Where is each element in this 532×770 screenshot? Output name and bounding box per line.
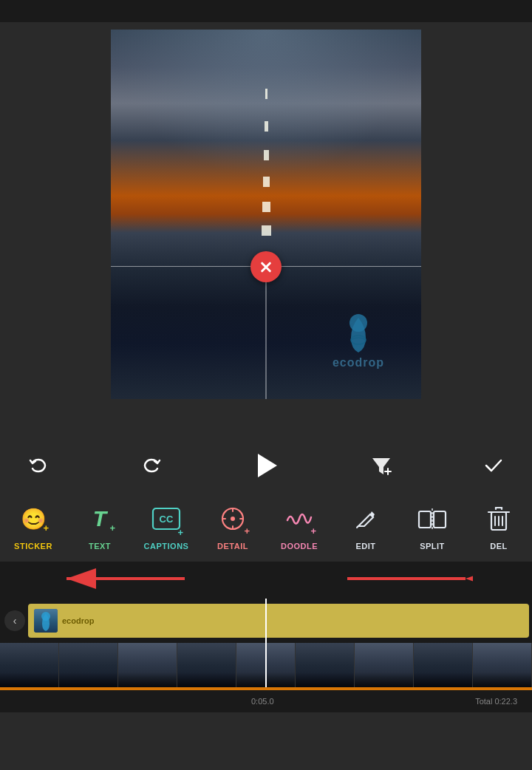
- doodle-plus-icon: +: [310, 526, 316, 536]
- del-label: DEL: [490, 542, 508, 551]
- text-plus-icon: +: [109, 523, 115, 533]
- undo-button[interactable]: [22, 449, 55, 482]
- svg-line-14: [357, 526, 358, 528]
- timeline-ruler: 0:05.0 Total 0:22.3: [0, 690, 532, 712]
- runway-lines: [244, 89, 288, 251]
- thumb-frame-7: [355, 643, 414, 687]
- doodle-label: DOODLE: [281, 542, 318, 551]
- captions-icon: CC +: [148, 500, 185, 537]
- edit-label: EDIT: [355, 542, 375, 551]
- toolbar-item-del[interactable]: DEL: [466, 497, 532, 553]
- toolbar-item-edit[interactable]: EDIT: [332, 497, 399, 553]
- top-bar: [0, 0, 532, 22]
- play-button[interactable]: [248, 447, 284, 484]
- detail-icon: +: [214, 500, 251, 537]
- thumb-frame-8: [414, 643, 473, 687]
- text-label: TEXT: [89, 542, 111, 551]
- track-collapse-button[interactable]: ‹: [4, 610, 25, 631]
- toolbar-item-captions[interactable]: CC + CAPTIONS: [133, 497, 200, 553]
- toolbar-item-split[interactable]: SPLIT: [399, 497, 466, 553]
- watermark-logo: [340, 312, 377, 356]
- gap-spacer: [0, 399, 532, 440]
- toolbar: 😊 + STICKER T + TEXT CC + CAPTIONS: [0, 491, 532, 562]
- split-label: SPLIT: [420, 542, 445, 551]
- captions-label: CAPTIONS: [144, 542, 189, 551]
- thumb-frame-6: [296, 643, 355, 687]
- thumb-frame-1: [0, 643, 59, 687]
- watermark: ecodrop: [332, 312, 384, 369]
- svg-rect-16: [434, 511, 446, 528]
- timeline-tracks: ‹ ecodrop: [0, 599, 532, 687]
- redo-button[interactable]: [135, 449, 168, 482]
- thumb-frame-9: [473, 643, 532, 687]
- watermark-text: ecodrop: [332, 356, 384, 369]
- video-preview-container: ecodrop: [0, 22, 532, 399]
- thumb-frame-2: [59, 643, 118, 687]
- confirm-button[interactable]: [477, 449, 510, 482]
- captions-plus-icon: +: [177, 528, 183, 537]
- sticker-icon: 😊 +: [15, 500, 52, 537]
- total-time-marker: Total 0:22.3: [475, 697, 517, 706]
- clip-thumbnail: [34, 609, 58, 633]
- thumb-frame-3: [118, 643, 177, 687]
- toolbar-item-sticker[interactable]: 😊 + STICKER: [0, 497, 66, 553]
- arrows-row: [0, 562, 532, 599]
- timeline-cursor: [265, 599, 267, 687]
- clip-name: ecodrop: [62, 616, 94, 625]
- thumb-frame-4: [177, 643, 236, 687]
- right-arrow-indicator: [340, 565, 473, 595]
- current-time-marker: 0:05.0: [251, 697, 274, 706]
- doodle-icon: +: [281, 500, 318, 537]
- controls-bar: [0, 440, 532, 491]
- delete-button[interactable]: [250, 251, 282, 282]
- svg-text:CC: CC: [160, 514, 174, 525]
- text-icon: T +: [81, 500, 118, 537]
- sticker-label: STICKER: [14, 542, 52, 551]
- detail-label: DETAIL: [217, 542, 248, 551]
- sticker-plus-icon: +: [43, 523, 49, 533]
- toolbar-item-detail[interactable]: + DETAIL: [200, 497, 266, 553]
- detail-plus-icon: +: [244, 526, 250, 536]
- toolbar-item-doodle[interactable]: + DOODLE: [266, 497, 332, 553]
- toolbar-item-text[interactable]: T + TEXT: [66, 497, 133, 553]
- play-icon: [258, 454, 277, 477]
- clip-thumb-inner: [34, 609, 58, 633]
- left-arrow-indicator: [59, 565, 192, 595]
- svg-rect-15: [419, 511, 431, 528]
- svg-point-9: [231, 517, 235, 521]
- video-preview: ecodrop: [111, 30, 421, 399]
- delete-icon: [480, 500, 517, 537]
- timeline-area: ‹ ecodrop: [0, 562, 532, 712]
- split-icon: [414, 500, 451, 537]
- clip-item[interactable]: ecodrop: [28, 604, 529, 638]
- filter-add-button[interactable]: [365, 449, 398, 482]
- edit-icon: [347, 500, 384, 537]
